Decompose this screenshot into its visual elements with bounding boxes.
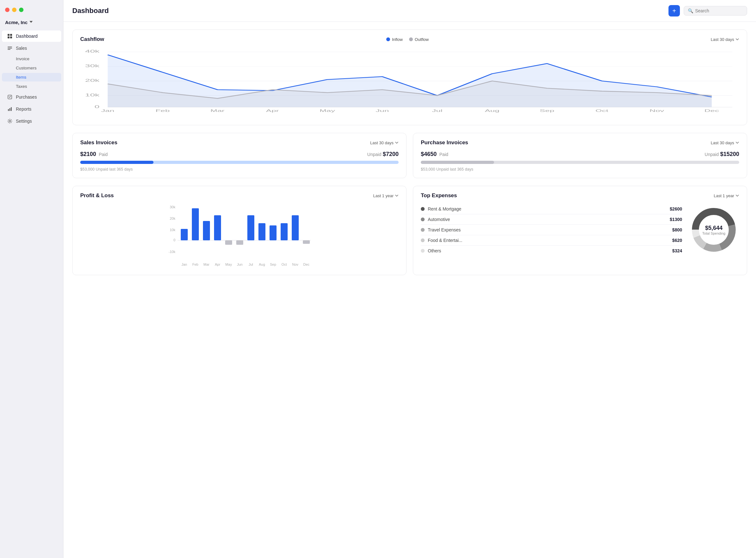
svg-text:20k: 20k xyxy=(85,78,100,83)
sales-invoices-header: Sales Invoices Last 30 days xyxy=(80,140,399,146)
svg-text:Jun: Jun xyxy=(237,262,243,266)
bar-jul xyxy=(247,215,254,240)
svg-rect-0 xyxy=(8,34,9,36)
sidebar-sub-item-items-label: Items xyxy=(16,75,26,80)
chevron-down-icon xyxy=(395,194,399,198)
sidebar-sub-item-items[interactable]: Items xyxy=(2,73,61,81)
sidebar-sub-item-taxes[interactable]: Taxes xyxy=(2,82,61,91)
svg-text:Sep: Sep xyxy=(270,262,276,266)
expense-name-3: Food & Entertai... xyxy=(428,238,672,243)
donut-chart: $5,644 Total Spending xyxy=(688,204,739,255)
svg-text:Apr: Apr xyxy=(266,109,279,113)
sidebar-sub-item-invoice-label: Invoice xyxy=(16,56,29,61)
svg-text:Nov: Nov xyxy=(292,262,298,266)
cashflow-title: Cashflow xyxy=(80,36,104,43)
sales-invoices-title: Sales Invoices xyxy=(80,140,117,146)
topbar: Dashboard + 🔍 xyxy=(64,0,756,22)
cashflow-header: Cashflow Inflow Outflow Last 30 days xyxy=(80,36,739,43)
invoices-row: Sales Invoices Last 30 days $2100 Paid U… xyxy=(72,133,747,178)
close-button[interactable] xyxy=(5,8,9,12)
bar-dec xyxy=(303,240,310,244)
svg-text:10k: 10k xyxy=(85,93,100,97)
donut-total-amount: $5,644 xyxy=(702,225,726,231)
expense-dot-4 xyxy=(421,249,425,253)
expense-amount-3: $620 xyxy=(672,238,682,243)
purchase-paid-amount: $4650 xyxy=(421,151,437,157)
sidebar-item-reports[interactable]: Reports xyxy=(2,103,61,115)
profit-loss-period-dropdown[interactable]: Last 1 year xyxy=(373,194,399,198)
svg-text:Jul: Jul xyxy=(432,109,443,113)
expense-amount-0: $2600 xyxy=(670,206,682,211)
svg-text:Jan: Jan xyxy=(101,109,115,113)
svg-text:0: 0 xyxy=(174,238,175,242)
sidebar-item-dashboard[interactable]: Dashboard xyxy=(2,30,61,42)
traffic-lights xyxy=(0,5,63,18)
sales-unpaid-amount: $7200 xyxy=(383,151,399,157)
top-expenses-card: Top Expenses Last 1 year Rent & Mortgage… xyxy=(413,186,747,275)
svg-text:Feb: Feb xyxy=(193,262,199,266)
sidebar: Acme, Inc Dashboard Sales Invoice Custom… xyxy=(0,0,64,558)
maximize-button[interactable] xyxy=(19,8,23,12)
reports-icon xyxy=(7,106,13,112)
svg-text:Jun: Jun xyxy=(375,109,389,113)
minimize-button[interactable] xyxy=(12,8,17,12)
purchase-paid-block: $4650 Paid xyxy=(421,151,448,158)
profit-loss-header: Profit & Loss Last 1 year xyxy=(80,193,399,199)
donut-total-label: Total Spending xyxy=(702,231,726,235)
svg-text:30k: 30k xyxy=(85,64,100,68)
sales-paid-amount: $2100 xyxy=(80,151,96,157)
bottom-row: Profit & Loss Last 1 year 30k 20k 10k 0 … xyxy=(72,186,747,275)
purchase-unpaid-label: Unpaid xyxy=(705,152,719,157)
sales-paid-bar xyxy=(80,161,153,164)
sidebar-sub-item-customers[interactable]: Customers xyxy=(2,64,61,72)
sales-invoices-card: Sales Invoices Last 30 days $2100 Paid U… xyxy=(72,133,406,178)
sidebar-item-purchases-label: Purchases xyxy=(16,95,37,100)
bar-apr xyxy=(214,215,221,240)
bar-mar xyxy=(203,221,210,240)
svg-rect-5 xyxy=(8,48,12,49)
dashboard-content: Cashflow Inflow Outflow Last 30 days xyxy=(64,22,756,558)
expense-name-2: Travel Expenses xyxy=(428,227,672,232)
svg-rect-3 xyxy=(10,36,12,39)
expense-item-4: Others $324 xyxy=(421,246,682,256)
svg-text:Nov: Nov xyxy=(650,109,664,113)
sidebar-item-settings-label: Settings xyxy=(16,119,32,124)
svg-text:Dec: Dec xyxy=(303,262,309,266)
expense-amount-4: $324 xyxy=(672,248,682,253)
settings-icon xyxy=(7,118,13,124)
expense-item-1: Automotive $1300 xyxy=(421,214,682,225)
top-expenses-content: Rent & Mortgage $2600 Automotive $1300 T… xyxy=(421,204,739,256)
profit-loss-svg: 30k 20k 10k 0 -10k xyxy=(80,204,399,267)
svg-text:40k: 40k xyxy=(85,49,100,54)
company-selector[interactable]: Acme, Inc xyxy=(0,18,63,30)
cashflow-period-dropdown[interactable]: Last 30 days xyxy=(711,37,739,42)
expense-name-1: Automotive xyxy=(428,217,670,222)
dashboard-icon xyxy=(7,33,13,39)
svg-rect-6 xyxy=(8,49,10,50)
search-input[interactable] xyxy=(695,8,743,13)
sidebar-sub-item-invoice[interactable]: Invoice xyxy=(2,54,61,63)
expense-item-3: Food & Entertai... $620 xyxy=(421,235,682,246)
svg-rect-4 xyxy=(8,47,12,47)
sales-paid-label: Paid xyxy=(99,152,108,157)
sales-paid-block: $2100 Paid xyxy=(80,151,108,158)
sidebar-item-sales[interactable]: Sales xyxy=(2,43,61,54)
sidebar-item-settings[interactable]: Settings xyxy=(2,116,61,127)
cashflow-svg: 40k 30k 20k 10k 0 xyxy=(80,48,739,117)
svg-text:Jul: Jul xyxy=(249,262,253,266)
svg-point-11 xyxy=(9,121,11,122)
chevron-down-icon xyxy=(395,141,399,145)
add-button[interactable]: + xyxy=(669,5,680,17)
chevron-down-icon xyxy=(735,37,739,41)
sales-invoices-period-dropdown[interactable]: Last 30 days xyxy=(370,141,399,145)
purchase-invoices-period-dropdown[interactable]: Last 30 days xyxy=(711,141,739,145)
donut-center: $5,644 Total Spending xyxy=(702,225,726,235)
expense-item-2: Travel Expenses $800 xyxy=(421,225,682,235)
sales-unpaid-block: Unpaid $7200 xyxy=(367,151,399,158)
bar-jan xyxy=(181,229,188,240)
bar-feb xyxy=(192,208,199,240)
top-expenses-period-dropdown[interactable]: Last 1 year xyxy=(714,194,739,198)
bar-sep xyxy=(270,225,277,240)
sidebar-item-purchases[interactable]: Purchases xyxy=(2,91,61,103)
svg-text:0: 0 xyxy=(95,105,100,109)
